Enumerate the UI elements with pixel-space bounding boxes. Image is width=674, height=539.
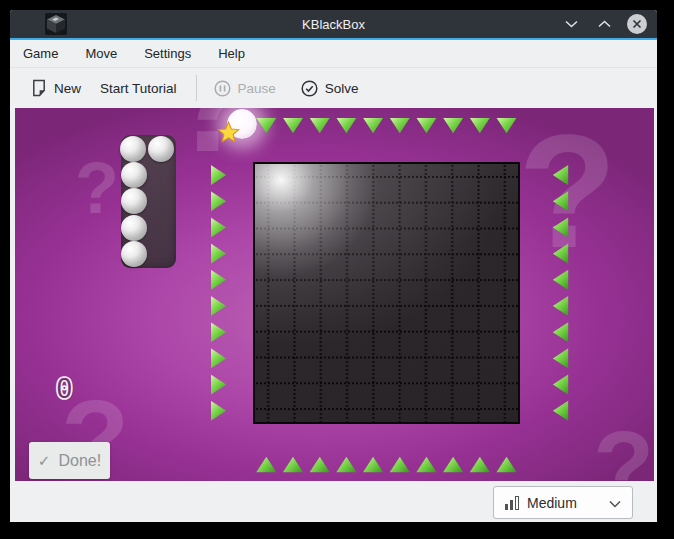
new-document-icon (31, 79, 47, 97)
laser-arrow-top[interactable] (443, 118, 464, 134)
chevron-down-icon (609, 495, 621, 511)
toolbar-separator (196, 75, 197, 101)
dispenser-ball[interactable] (121, 188, 147, 214)
menu-settings[interactable]: Settings (144, 46, 191, 61)
dispenser-ball[interactable] (121, 241, 147, 267)
laser-arrow-left[interactable] (211, 296, 227, 317)
laser-arrow-left[interactable] (211, 243, 227, 264)
question-mark-decoration: ? (75, 152, 119, 224)
laser-row-bottom (253, 456, 520, 473)
menu-help[interactable]: Help (218, 46, 245, 61)
laser-arrow-right[interactable] (553, 191, 569, 212)
laser-arrow-left[interactable] (211, 217, 227, 238)
laser-arrow-left[interactable] (211, 165, 227, 186)
solve-button-label: Solve (325, 81, 359, 96)
check-icon: ✓ (38, 452, 51, 470)
new-button[interactable]: New (31, 79, 81, 97)
window-title: KBlackBox (10, 17, 657, 32)
laser-arrow-top[interactable] (389, 118, 410, 134)
laser-arrow-right[interactable] (553, 296, 569, 317)
difficulty-bars-icon (505, 496, 519, 510)
laser-arrow-right[interactable] (553, 400, 569, 421)
blackbox-board[interactable] (253, 162, 520, 424)
laser-arrow-left[interactable] (211, 269, 227, 290)
start-tutorial-label: Start Tutorial (100, 81, 177, 96)
laser-arrow-right[interactable] (553, 217, 569, 238)
kblackbox-window: KBlackBox Game Move Settings Help New (10, 10, 657, 522)
laser-arrow-bottom[interactable] (363, 457, 384, 473)
laser-column-right (552, 162, 569, 424)
laser-arrow-top[interactable] (336, 118, 357, 134)
menu-move[interactable]: Move (85, 46, 117, 61)
laser-arrow-left[interactable] (211, 191, 227, 212)
laser-arrow-bottom[interactable] (443, 457, 464, 473)
menu-game[interactable]: Game (23, 46, 58, 61)
laser-arrow-bottom[interactable] (283, 457, 304, 473)
laser-arrow-left[interactable] (211, 374, 227, 395)
titlebar: KBlackBox (10, 10, 657, 38)
laser-arrow-right[interactable] (553, 348, 569, 369)
difficulty-value: Medium (527, 495, 577, 511)
laser-arrow-right[interactable] (553, 243, 569, 264)
statusbar: Medium (10, 481, 657, 522)
dispenser-ball[interactable] (120, 136, 146, 162)
close-icon[interactable] (627, 14, 647, 34)
new-button-label: New (54, 81, 81, 96)
difficulty-combobox[interactable]: Medium (493, 486, 633, 519)
pause-button-label: Pause (238, 81, 276, 96)
solve-check-icon (301, 80, 318, 97)
question-mark-decoration: ? (593, 416, 654, 481)
laser-arrow-bottom[interactable] (309, 457, 330, 473)
done-button-label: Done! (58, 452, 101, 470)
laser-arrow-left[interactable] (211, 400, 227, 421)
laser-arrow-top[interactable] (416, 118, 437, 134)
ball-dispenser (121, 135, 176, 268)
laser-arrow-top[interactable] (256, 118, 277, 134)
balls-left-counter: 0 (55, 370, 74, 406)
laser-arrow-bottom[interactable] (469, 457, 490, 473)
laser-arrow-bottom[interactable] (416, 457, 437, 473)
laser-row-top (253, 117, 520, 134)
laser-arrow-right[interactable] (553, 165, 569, 186)
toolbar: New Start Tutorial Pause Solve (10, 67, 657, 108)
window-controls (561, 10, 647, 38)
laser-arrow-left[interactable] (211, 348, 227, 369)
maximize-icon[interactable] (594, 14, 614, 34)
laser-arrow-bottom[interactable] (496, 457, 517, 473)
menubar: Game Move Settings Help (10, 40, 657, 67)
solve-button[interactable]: Solve (301, 80, 359, 97)
laser-arrow-top[interactable] (283, 118, 304, 134)
laser-arrow-top[interactable] (496, 118, 517, 134)
pause-icon (214, 80, 231, 97)
laser-column-left (210, 162, 227, 424)
laser-arrow-bottom[interactable] (389, 457, 410, 473)
laser-arrow-right[interactable] (553, 374, 569, 395)
minimize-icon[interactable] (561, 14, 581, 34)
done-button[interactable]: ✓ Done! (29, 442, 110, 479)
pause-button[interactable]: Pause (214, 80, 276, 97)
game-canvas: ? ? ? ? ? (15, 108, 654, 481)
dispenser-ball[interactable] (148, 136, 174, 162)
laser-arrow-top[interactable] (363, 118, 384, 134)
laser-arrow-right[interactable] (553, 322, 569, 343)
laser-arrow-right[interactable] (553, 269, 569, 290)
start-tutorial-button[interactable]: Start Tutorial (100, 81, 177, 96)
laser-arrow-left[interactable] (211, 322, 227, 343)
star-icon (217, 121, 240, 144)
laser-arrow-bottom[interactable] (256, 457, 277, 473)
laser-arrow-top[interactable] (469, 118, 490, 134)
dispenser-ball[interactable] (121, 215, 147, 241)
laser-arrow-top[interactable] (309, 118, 330, 134)
dispenser-ball[interactable] (121, 162, 147, 188)
laser-arrow-bottom[interactable] (336, 457, 357, 473)
game-area-frame: ? ? ? ? ? (10, 108, 657, 481)
